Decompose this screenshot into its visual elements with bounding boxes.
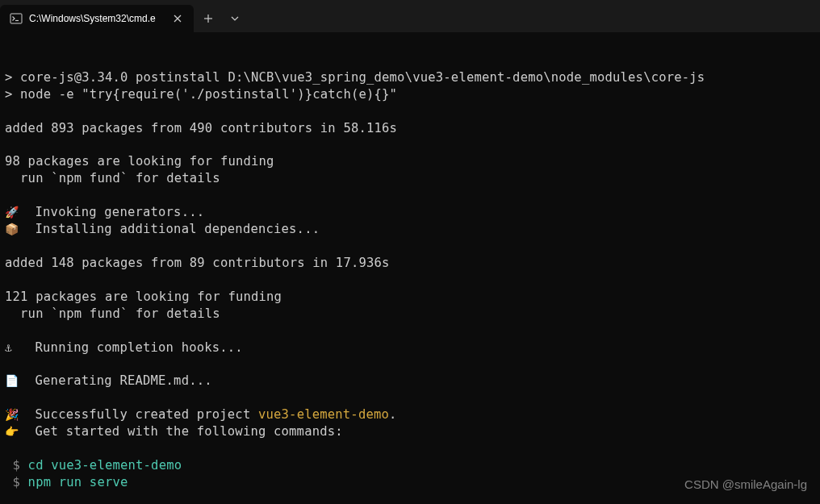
terminal-line xyxy=(5,323,815,339)
terminal-line: added 148 packages from 89 contributors … xyxy=(5,255,815,272)
new-tab-button[interactable] xyxy=(194,5,223,32)
terminal-line: run `npm fund` for details xyxy=(5,306,815,323)
svg-rect-0 xyxy=(10,14,22,23)
terminal-line xyxy=(5,440,815,457)
terminal-line: > node -e "try{require('./postinstall')}… xyxy=(5,86,815,103)
terminal-line xyxy=(5,103,815,120)
watermark: CSDN @smileAgain-lg xyxy=(684,477,807,491)
terminal-line: run `npm fund` for details xyxy=(5,170,815,187)
terminal-output[interactable]: > core-js@3.34.0 postinstall D:\NCB\vue3… xyxy=(0,32,820,504)
terminal-line: added 893 packages from 490 contributors… xyxy=(5,120,815,137)
terminal-line: 121 packages are looking for funding xyxy=(5,289,815,306)
terminal-line: > core-js@3.34.0 postinstall D:\NCB\vue3… xyxy=(5,69,815,86)
command-text: cd vue3-element-demo xyxy=(28,457,182,474)
terminal-line: 🚀 Invoking generators... xyxy=(5,204,815,221)
terminal-line xyxy=(5,389,815,406)
tab-dropdown-button[interactable] xyxy=(223,5,247,32)
terminal-line: 98 packages are looking for funding xyxy=(5,153,815,170)
terminal-line xyxy=(5,35,815,52)
terminal-line xyxy=(5,356,815,373)
terminal-line: 👉 Get started with the following command… xyxy=(5,423,815,440)
terminal-line: ⚓ Running completion hooks... xyxy=(5,339,815,356)
terminal-line xyxy=(5,491,815,504)
terminal-line: $ cd vue3-element-demo xyxy=(5,457,815,474)
command-text: npm run serve xyxy=(28,474,128,491)
line-icon: 📄 xyxy=(5,373,27,389)
terminal-line xyxy=(5,137,815,154)
terminal-line: 📦 Installing additional dependencies... xyxy=(5,221,815,238)
line-icon: 🚀 xyxy=(5,205,27,220)
terminal-line xyxy=(5,238,815,255)
line-icon: 🎉 xyxy=(5,407,27,423)
line-icon: ⚓ xyxy=(5,340,27,356)
line-icon: 📦 xyxy=(5,222,27,237)
titlebar: C:\Windows\System32\cmd.e xyxy=(0,0,820,32)
project-name: vue3-element-demo xyxy=(258,406,389,423)
terminal-line: 🎉 Successfully created project vue3-elem… xyxy=(5,406,815,423)
close-tab-button[interactable] xyxy=(171,12,184,25)
cmd-icon xyxy=(10,12,23,25)
terminal-line xyxy=(5,52,815,69)
active-tab[interactable]: C:\Windows\System32\cmd.e xyxy=(0,5,194,32)
terminal-line xyxy=(5,187,815,204)
terminal-line xyxy=(5,272,815,289)
tab-title: C:\Windows\System32\cmd.e xyxy=(29,13,165,24)
terminal-line: 📄 Generating README.md... xyxy=(5,373,815,389)
line-icon: 👉 xyxy=(5,424,27,439)
